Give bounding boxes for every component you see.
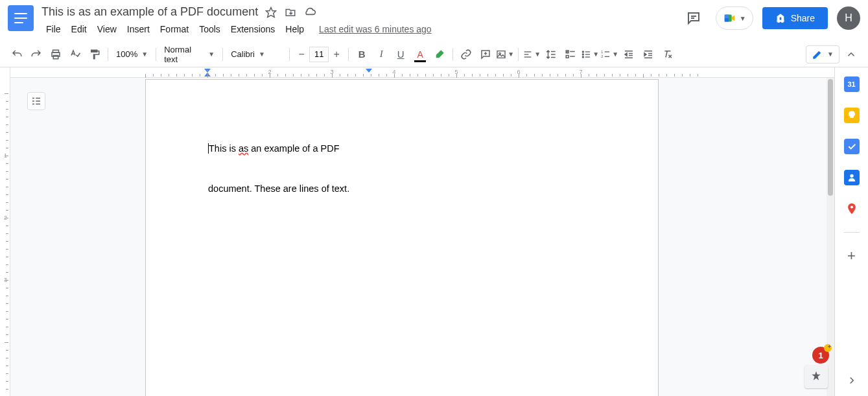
header: This is as an example of a PDF document … bbox=[0, 0, 868, 41]
svg-text:2: 2 bbox=[601, 54, 603, 58]
zoom-select[interactable]: 100%▼ bbox=[112, 47, 152, 62]
svg-point-49 bbox=[850, 205, 852, 208]
increase-indent-button[interactable] bbox=[639, 45, 657, 64]
align-button[interactable]: ▼ bbox=[522, 45, 541, 64]
decrease-indent-button[interactable] bbox=[620, 45, 638, 64]
document-title[interactable]: This is as an example of a PDF document bbox=[41, 5, 258, 19]
text-color-button[interactable]: A bbox=[411, 45, 429, 64]
horizontal-ruler[interactable]: 1234567 bbox=[10, 67, 834, 78]
menu-tools[interactable]: Tools bbox=[194, 21, 225, 37]
highlight-button[interactable] bbox=[430, 45, 449, 64]
collapse-side-panel-button[interactable] bbox=[844, 373, 860, 388]
star-icon[interactable] bbox=[264, 6, 277, 19]
contacts-app-icon[interactable] bbox=[844, 170, 860, 185]
share-label: Share bbox=[791, 13, 815, 23]
add-addon-button[interactable]: + bbox=[844, 248, 860, 264]
calendar-app-icon[interactable]: 31 bbox=[844, 76, 860, 92]
menu-bar: File Edit View Insert Format Tools Exten… bbox=[41, 21, 681, 37]
insert-link-button[interactable] bbox=[457, 45, 475, 64]
outline-button[interactable] bbox=[27, 92, 45, 110]
vertical-ruler[interactable]: 123 bbox=[0, 67, 10, 396]
checklist-button[interactable] bbox=[561, 45, 580, 64]
menu-extensions[interactable]: Extensions bbox=[226, 21, 279, 37]
line-spacing-button[interactable] bbox=[542, 45, 560, 64]
toolbar: 100%▼ Normal text▼ Calibri▼ − + B I U A … bbox=[0, 41, 868, 67]
font-size-input[interactable] bbox=[309, 47, 329, 62]
bold-button[interactable]: B bbox=[353, 45, 371, 64]
document-line-2[interactable]: document. These are lines of text. bbox=[208, 182, 596, 196]
menu-help[interactable]: Help bbox=[281, 21, 309, 37]
canvas-area: 1234567 This is as an example of a PDF d… bbox=[10, 67, 834, 396]
underline-button[interactable]: U bbox=[392, 45, 410, 64]
clear-formatting-button[interactable] bbox=[659, 45, 677, 64]
font-select[interactable]: Calibri▼ bbox=[227, 47, 285, 62]
explore-button[interactable] bbox=[804, 365, 828, 388]
style-select[interactable]: Normal text▼ bbox=[160, 42, 218, 67]
redo-button[interactable] bbox=[27, 45, 45, 64]
svg-rect-4 bbox=[724, 15, 728, 19]
numbered-list-button[interactable]: 12▼ bbox=[600, 45, 618, 64]
side-panel: 31 + bbox=[834, 67, 868, 396]
svg-rect-5 bbox=[724, 18, 728, 22]
svg-rect-22 bbox=[566, 55, 569, 58]
insert-image-button[interactable]: ▼ bbox=[496, 45, 514, 64]
meet-button[interactable]: ▼ bbox=[716, 6, 753, 30]
header-center: This is as an example of a PDF document … bbox=[41, 5, 681, 37]
svg-rect-12 bbox=[497, 51, 505, 58]
scrollbar-thumb[interactable] bbox=[828, 79, 833, 196]
docs-logo-icon[interactable] bbox=[8, 5, 34, 31]
menu-file[interactable]: File bbox=[41, 21, 65, 37]
collapse-toolbar-button[interactable] bbox=[842, 45, 860, 64]
tasks-app-icon[interactable] bbox=[844, 139, 860, 154]
comments-icon[interactable] bbox=[681, 5, 707, 31]
svg-point-24 bbox=[583, 51, 584, 52]
keep-app-icon[interactable] bbox=[844, 108, 860, 123]
document-line-1[interactable]: This is as an example of a PDF bbox=[208, 142, 596, 156]
svg-rect-6 bbox=[779, 17, 781, 20]
notification-badge[interactable]: 1+ bbox=[812, 347, 829, 364]
svg-marker-0 bbox=[266, 7, 276, 17]
menu-view[interactable]: View bbox=[93, 21, 121, 37]
content-area: 123 1234567 This is as an example of a P… bbox=[0, 67, 868, 396]
chevron-down-icon: ▼ bbox=[740, 15, 746, 22]
account-avatar[interactable]: H bbox=[837, 6, 860, 30]
editing-mode-button[interactable]: ▼ bbox=[806, 45, 839, 64]
cloud-status-icon[interactable] bbox=[303, 6, 316, 19]
add-comment-button[interactable] bbox=[476, 45, 495, 64]
spell-error[interactable]: as bbox=[239, 143, 248, 154]
svg-point-26 bbox=[583, 56, 584, 58]
paint-format-button[interactable] bbox=[86, 45, 104, 64]
font-size-decrease-button[interactable]: − bbox=[294, 47, 309, 62]
share-button[interactable]: Share bbox=[762, 7, 828, 29]
svg-point-48 bbox=[850, 174, 853, 178]
menu-insert[interactable]: Insert bbox=[123, 21, 154, 37]
move-icon[interactable] bbox=[284, 6, 297, 19]
spellcheck-button[interactable] bbox=[66, 45, 84, 64]
svg-text:1: 1 bbox=[601, 49, 603, 53]
document-page[interactable]: This is as an example of a PDF document.… bbox=[145, 79, 659, 396]
svg-point-25 bbox=[583, 53, 584, 54]
print-button[interactable] bbox=[47, 45, 65, 64]
bullet-list-button[interactable]: ▼ bbox=[581, 45, 599, 64]
font-size-increase-button[interactable]: + bbox=[329, 47, 344, 62]
last-edit-link[interactable]: Last edit was 6 minutes ago bbox=[319, 24, 432, 34]
menu-format[interactable]: Format bbox=[156, 21, 193, 37]
italic-button[interactable]: I bbox=[372, 45, 390, 64]
menu-edit[interactable]: Edit bbox=[67, 21, 91, 37]
undo-button[interactable] bbox=[8, 45, 26, 64]
maps-app-icon[interactable] bbox=[844, 201, 860, 216]
indent-right-marker[interactable] bbox=[366, 69, 372, 73]
